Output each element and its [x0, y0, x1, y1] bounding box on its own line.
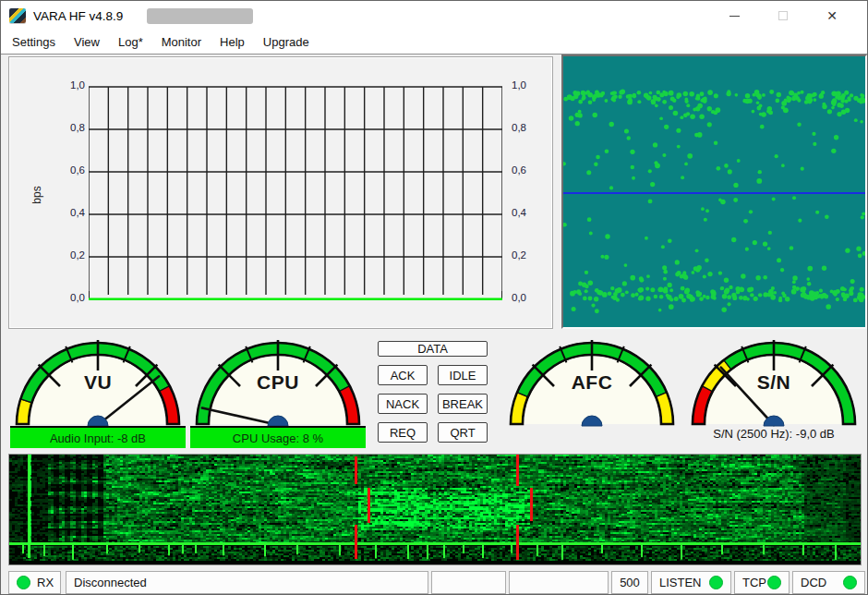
cpu-gauge-label: CPU [190, 371, 366, 394]
menu-log[interactable]: Log* [109, 30, 152, 54]
close-button[interactable]: ✕ [811, 1, 853, 30]
tcp-label: TCP [742, 576, 766, 589]
bps-tick-right-0: 1,0 [512, 79, 539, 91]
listen-led-icon [709, 576, 723, 589]
connection-status-text: Disconnected [74, 576, 147, 589]
afc-gauge-label: AFC [504, 371, 680, 394]
connection-status: Disconnected [66, 571, 428, 594]
minimize-button[interactable] [713, 1, 755, 30]
bps-tick-right-1: 0,8 [512, 122, 539, 133]
bps-tick-left-2: 0,6 [57, 164, 85, 176]
afc-gauge: AFC [504, 336, 680, 426]
dcd-indicator: DCD [792, 571, 865, 594]
listen-indicator: LISTEN [651, 571, 731, 594]
bandwidth-indicator: 500 [611, 571, 648, 594]
sn-gauge: S/N [686, 336, 862, 426]
channel-edge-marker-5 [530, 488, 533, 521]
bps-tick-right-4: 0,2 [512, 249, 539, 261]
status-box-empty-2 [509, 571, 609, 594]
vu-gauge: VU [10, 336, 186, 426]
vara-hf-window: VARA HF v4.8.9 ✕ Settings View Log* Moni… [0, 0, 868, 595]
menu-upgrade[interactable]: Upgrade [254, 30, 319, 54]
audio-input-bar: Audio Input: -8 dB [10, 426, 186, 448]
vu-gauge-label: VU [10, 371, 186, 394]
waterfall-panel [8, 454, 862, 565]
cpu-usage-bar: CPU Usage: 8 % [190, 426, 366, 448]
bps-plot-grid [89, 86, 502, 300]
status-bar: RX Disconnected 500 LISTEN TCP DCD [1, 569, 868, 595]
bps-tick-left-3: 0,4 [57, 207, 85, 218]
close-icon: ✕ [826, 8, 838, 23]
constellation-display [563, 56, 865, 327]
title-bar: VARA HF v4.8.9 ✕ [1, 1, 868, 30]
menu-bar: Settings View Log* Monitor Help Upgrade [1, 30, 868, 54]
frame-indicator-req: REQ [378, 422, 428, 443]
bps-tick-left-1: 0,8 [57, 122, 85, 133]
bps-axis-title: bps [30, 186, 43, 203]
menu-view[interactable]: View [65, 30, 109, 54]
dcd-label: DCD [801, 576, 826, 589]
bps-tick-right-3: 0,4 [512, 207, 539, 218]
channel-edge-marker-1 [355, 525, 357, 559]
frame-indicator-break: BREAK [438, 394, 488, 414]
dcd-led-icon [843, 576, 857, 589]
window-title: VARA HF v4.8.9 [33, 9, 123, 23]
frame-indicator-idle: IDLE [438, 365, 488, 385]
channel-edge-marker-0 [355, 456, 357, 484]
bps-tick-left-0: 1,0 [57, 79, 85, 91]
app-icon [9, 8, 26, 23]
menu-help[interactable]: Help [211, 30, 254, 54]
listen-label: LISTEN [659, 576, 702, 589]
menu-monitor[interactable]: Monitor [152, 30, 211, 54]
redacted-callsign [147, 8, 253, 24]
frame-indicator-qrt: QRT [438, 422, 488, 443]
channel-edge-marker-3 [516, 455, 519, 486]
bps-tick-left-4: 0,2 [57, 249, 85, 261]
bps-tick-right-5: 0,0 [512, 292, 539, 303]
constellation-panel [561, 55, 867, 329]
maximize-button[interactable] [762, 1, 804, 30]
sn-value-text: S/N (2500 Hz): -9,0 dB [681, 427, 866, 441]
bandwidth-value: 500 [620, 576, 640, 589]
bps-tick-right-2: 0,6 [512, 164, 539, 176]
waterfall-display [9, 455, 861, 565]
bps-tick-left-5: 0,0 [57, 292, 85, 303]
tcp-indicator: TCP [734, 571, 790, 594]
sn-gauge-label: S/N [686, 371, 862, 394]
rx-led-icon [17, 576, 30, 589]
tcp-led-icon [767, 576, 781, 589]
frame-indicator-ack: ACK [378, 365, 428, 385]
frame-indicator-panel: DATA ACK IDLE NACK BREAK REQ QRT [378, 341, 488, 443]
maximize-icon [778, 11, 788, 20]
status-box-empty-1 [431, 571, 506, 594]
cpu-gauge: CPU [190, 336, 366, 426]
bps-chart-panel: bps 1,01,00,80,80,60,60,40,40,20,20,00,0 [8, 56, 553, 329]
minimize-icon [729, 16, 740, 17]
menu-settings[interactable]: Settings [3, 30, 65, 54]
frame-indicator-nack: NACK [378, 394, 428, 414]
channel-edge-marker-4 [516, 525, 519, 560]
rx-indicator: RX [8, 571, 61, 594]
rx-label: RX [37, 576, 54, 589]
channel-edge-marker-2 [368, 488, 370, 523]
frame-indicator-data: DATA [378, 341, 488, 357]
